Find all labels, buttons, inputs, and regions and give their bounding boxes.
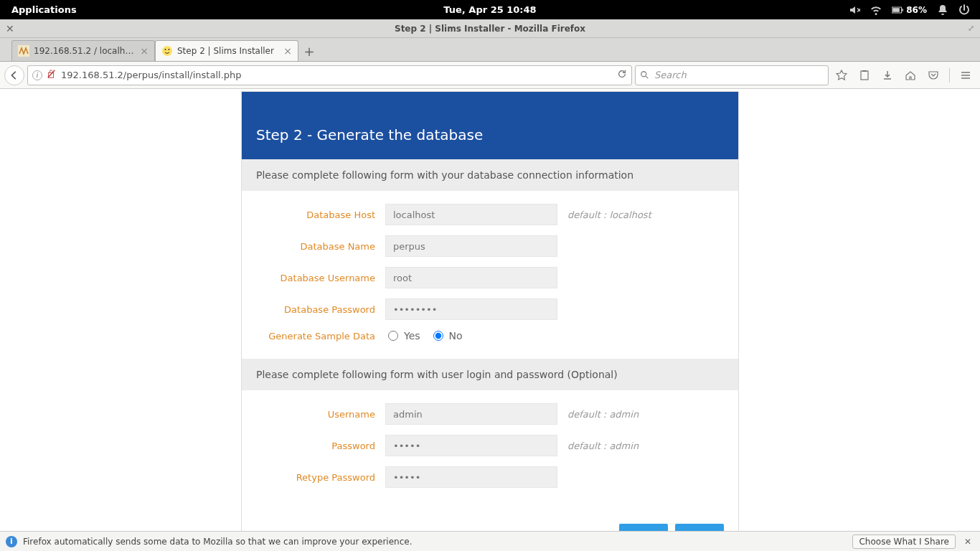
- window-titlebar: ✕ Step 2 | Slims Installer - Mozilla Fir…: [0, 19, 980, 38]
- hint-password: default : admin: [567, 441, 639, 451]
- tab-label: Step 2 | Slims Installer: [177, 46, 279, 56]
- volume-muted-icon[interactable]: [849, 4, 860, 16]
- bookmark-star-icon[interactable]: [831, 65, 852, 85]
- url-text: 192.168.51.2/perpus/install/install.php: [61, 70, 613, 80]
- notifications-icon[interactable]: [937, 4, 948, 16]
- label-db-name: Database Name: [256, 241, 385, 252]
- gnome-top-bar: Applications Tue, Apr 25 10:48 86%: [0, 0, 980, 19]
- window-restore-button[interactable]: ⤢: [968, 24, 974, 33]
- tab-close-icon[interactable]: ×: [283, 45, 292, 57]
- separator: [949, 68, 950, 83]
- identity-info-icon[interactable]: i: [32, 70, 42, 80]
- svg-point-6: [169, 49, 170, 50]
- svg-rect-7: [49, 72, 54, 77]
- choose-share-button[interactable]: Choose What I Share: [852, 534, 955, 549]
- input-db-name[interactable]: [385, 235, 557, 257]
- installer-panel: Step 2 - Generate the database Please co…: [241, 91, 739, 531]
- radio-label-no: No: [449, 330, 463, 342]
- favicon-slims: [161, 45, 173, 57]
- search-bar[interactable]: Search: [635, 65, 829, 85]
- radio-sample-no[interactable]: [433, 331, 443, 341]
- svg-point-9: [641, 71, 646, 76]
- input-db-host[interactable]: [385, 204, 557, 225]
- next-button[interactable]: NEXT: [675, 524, 724, 531]
- input-db-pass[interactable]: [385, 298, 557, 320]
- section-db-info: Please complete following form with your…: [242, 159, 738, 191]
- back-button[interactable]: [4, 65, 24, 85]
- info-icon: i: [6, 536, 17, 547]
- svg-line-10: [646, 75, 649, 78]
- pocket-icon[interactable]: [923, 65, 943, 85]
- menu-icon[interactable]: [956, 65, 976, 85]
- tab-phpmyadmin[interactable]: 192.168.51.2 / localhost | p ×: [11, 40, 155, 61]
- svg-rect-2: [903, 9, 904, 11]
- nav-toolbar: i 192.168.51.2/perpus/install/install.ph…: [0, 62, 980, 89]
- favicon-phpmyadmin: [18, 45, 29, 57]
- svg-rect-1: [892, 8, 900, 12]
- search-icon: [640, 70, 650, 80]
- tab-label: 192.168.51.2 / localhost | p: [34, 46, 136, 56]
- hint-username: default : admin: [567, 409, 639, 420]
- label-db-user: Database Username: [256, 273, 385, 283]
- form-database: Database Host default : localhost Databa…: [242, 191, 738, 359]
- input-retype-password[interactable]: [385, 466, 557, 488]
- label-db-pass: Database Password: [256, 304, 385, 315]
- dismiss-icon[interactable]: ✕: [961, 537, 974, 547]
- wifi-icon[interactable]: [870, 4, 882, 16]
- section-user-info: Please complete following form with user…: [242, 359, 738, 390]
- page-viewport: Step 2 - Generate the database Please co…: [0, 89, 980, 531]
- reload-button[interactable]: [617, 69, 627, 81]
- form-user: Username default : admin Password defaul…: [242, 390, 738, 505]
- home-icon[interactable]: [900, 65, 920, 85]
- label-db-host: Database Host: [256, 209, 385, 220]
- label-password: Password: [256, 441, 385, 451]
- input-db-user[interactable]: [385, 267, 557, 288]
- applications-menu[interactable]: Applications: [0, 4, 77, 15]
- info-bar: i Firefox automatically sends some data …: [0, 531, 980, 551]
- window-title: Step 2 | Slims Installer - Mozilla Firef…: [395, 24, 585, 34]
- window-close-button[interactable]: ✕: [0, 23, 20, 34]
- search-placeholder: Search: [654, 70, 687, 80]
- power-icon[interactable]: [958, 4, 970, 16]
- system-tray: 86%: [849, 4, 980, 16]
- svg-rect-11: [861, 71, 868, 80]
- clock[interactable]: Tue, Apr 25 10:48: [443, 4, 536, 15]
- permissions-icon[interactable]: [47, 69, 57, 81]
- radio-sample-yes[interactable]: [388, 331, 398, 341]
- radio-label-yes: Yes: [404, 330, 420, 342]
- battery-indicator[interactable]: 86%: [892, 4, 927, 16]
- back-button-form[interactable]: BACK: [619, 524, 668, 531]
- clipboard-icon[interactable]: [854, 65, 875, 85]
- installer-footer: BACK NEXT: [242, 505, 738, 531]
- svg-point-4: [162, 46, 172, 56]
- input-username[interactable]: [385, 403, 557, 425]
- new-tab-button[interactable]: +: [298, 41, 320, 61]
- installer-heading: Step 2 - Generate the database: [242, 92, 738, 159]
- label-username: Username: [256, 409, 385, 420]
- tab-slims-installer[interactable]: Step 2 | Slims Installer ×: [155, 40, 298, 61]
- hint-db-host: default : localhost: [567, 209, 651, 220]
- input-password[interactable]: [385, 435, 557, 456]
- svg-point-5: [165, 49, 166, 50]
- tab-strip: 192.168.51.2 / localhost | p × Step 2 | …: [0, 38, 980, 62]
- info-text: Firefox automatically sends some data to…: [23, 537, 412, 547]
- url-bar[interactable]: i 192.168.51.2/perpus/install/install.ph…: [27, 65, 632, 85]
- label-sample-data: Generate Sample Data: [256, 331, 385, 342]
- tab-close-icon[interactable]: ×: [140, 45, 149, 57]
- label-retype-password: Retype Password: [256, 472, 385, 483]
- downloads-icon[interactable]: [877, 65, 897, 85]
- svg-rect-12: [862, 70, 867, 72]
